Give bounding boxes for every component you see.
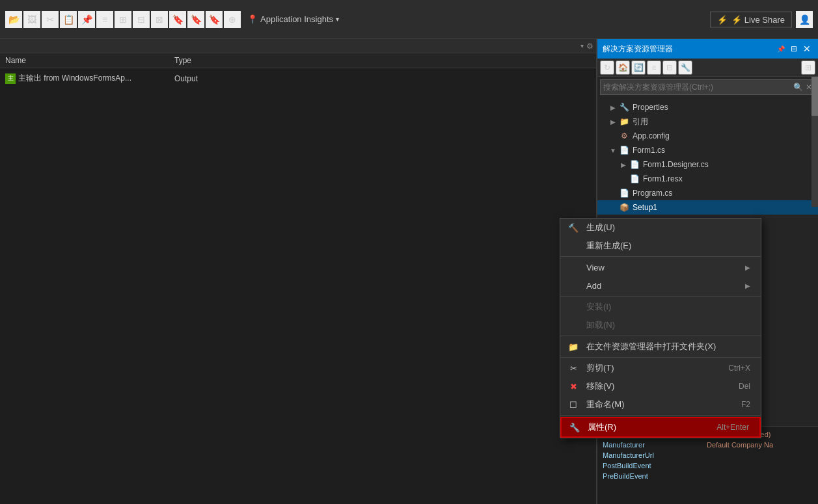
live-share-button[interactable]: ⚡ ⚡ Live Share	[710, 11, 792, 27]
prop-key-prebuildevent: PreBuildEvent	[603, 472, 707, 480]
rename-icon: ☐	[567, 400, 580, 410]
ctx-open-explorer[interactable]: 📁 在文件资源管理器中打开文件夹(X)	[560, 338, 761, 356]
ctx-sep1	[560, 256, 761, 257]
se-collapse-button[interactable]: ⊟	[662, 60, 677, 75]
se-filter-button[interactable]: ≡	[647, 60, 661, 75]
setup1-icon: 📦	[618, 202, 630, 213]
paste-button[interactable]: 📌	[78, 11, 95, 28]
se-search-input[interactable]	[603, 83, 793, 92]
prop-val-manufacturerurl	[707, 451, 813, 459]
ctx-properties-label: 属性(R)	[588, 421, 616, 433]
bookmark-button[interactable]: 🔖	[169, 11, 186, 28]
output-row-icon: 主	[5, 73, 16, 84]
ctx-cut[interactable]: ✂ 剪切(T) Ctrl+X	[560, 359, 761, 377]
programcs-icon: 📄	[618, 187, 630, 199]
bookmark3-button[interactable]: 🔖	[206, 11, 223, 28]
prop-row-manufacturer: Manufacturer Default Company Na	[603, 440, 813, 450]
form1cs-icon: 📄	[618, 144, 630, 156]
output-row[interactable]: 主 主输出 from WindowsFormsAp... Output	[5, 71, 591, 86]
tree-arrow-form1designer: ▶	[618, 161, 629, 168]
ctx-cut-shortcut: Ctrl+X	[728, 364, 750, 373]
open-folder-button[interactable]: 📂	[5, 11, 22, 28]
ctx-remove-shortcut: Del	[739, 382, 750, 391]
format-button[interactable]: ≡	[96, 11, 113, 28]
se-search-box[interactable]: 🔍 ✕	[600, 79, 815, 95]
context-menu: 🔨 生成(U) 重新生成(E) View ▶ Add ▶ 安装(I) 卸载(N)…	[560, 218, 761, 438]
ctx-uninstall-label: 卸载(N)	[586, 319, 615, 331]
ctx-remove-label: 移除(V)	[586, 380, 614, 392]
ctx-install-label: 安装(I)	[586, 301, 611, 313]
ctx-sep5	[560, 415, 761, 416]
output-table-header: Name Type	[0, 53, 596, 68]
panel-controls: ▾ ⚙	[0, 39, 596, 53]
auto-hide-button[interactable]: ⊟	[788, 43, 800, 55]
col-name-header: Name	[5, 56, 174, 65]
format2-button[interactable]: ⊞	[115, 11, 131, 28]
ctx-sep4	[560, 357, 761, 358]
align-right-button[interactable]: ⊠	[151, 11, 168, 28]
explorer-icon: 📁	[567, 342, 580, 352]
tree-label-form1cs: Form1.cs	[633, 146, 665, 155]
live-share-label: ⚡ Live Share	[731, 14, 785, 24]
form1designer-icon: 📄	[629, 159, 640, 170]
bookmark2-button[interactable]: 🔖	[187, 11, 204, 28]
ctx-rebuild[interactable]: 重新生成(E)	[560, 237, 761, 255]
tree-item-appconfig[interactable]: ▶ ⚙ App.config	[597, 129, 818, 143]
ctx-open-explorer-label: 在文件资源管理器中打开文件夹(X)	[586, 341, 716, 352]
app-insights-button[interactable]: 📍 Application Insights ▾	[242, 12, 344, 27]
header-controls: 📌 ⊟ ✕	[775, 43, 813, 55]
se-wrench-button[interactable]: 🔧	[678, 60, 692, 75]
view-arrow-icon: ▶	[745, 264, 750, 271]
properties-icon: 🔧	[618, 101, 630, 113]
tree-item-setup1[interactable]: ▶ 📦 Setup1	[597, 200, 818, 215]
cut-ctx-icon: ✂	[567, 364, 580, 373]
app-insights-dropdown-icon: ▾	[336, 16, 339, 23]
tree-item-programcs[interactable]: ▶ 📄 Program.cs	[597, 186, 818, 200]
ctx-view-label: View	[586, 263, 605, 272]
app-insights-label: Application Insights	[260, 14, 333, 24]
ctx-properties[interactable]: 🔧 属性(R) Alt+Enter	[560, 417, 761, 438]
pin-button[interactable]: 📌	[775, 43, 787, 55]
tree-item-form1cs[interactable]: ▼ 📄 Form1.cs	[597, 143, 818, 157]
app-insights-icon: 📍	[247, 14, 258, 24]
cut-button[interactable]: ✂	[42, 11, 59, 28]
ctx-add[interactable]: Add ▶	[560, 276, 761, 295]
se-toolbar: ↻ 🏠 🔄 ≡ ⊟ 🔧 ⊞	[597, 59, 818, 77]
tree-arrow-properties: ▶	[608, 104, 618, 111]
tree-label-appconfig: App.config	[633, 131, 670, 140]
account-button[interactable]: 👤	[796, 11, 813, 28]
tree-label-setup1: Setup1	[633, 203, 657, 212]
output-table-body: 主 主输出 from WindowsFormsAp... Output	[0, 68, 596, 504]
ctx-view[interactable]: View ▶	[560, 258, 761, 276]
se-scrollbar-thumb[interactable]	[811, 77, 818, 116]
tree-item-form1resx[interactable]: ▶ 📄 Form1.resx	[597, 172, 818, 186]
prop-key-manufacturerurl: ManufacturerUrl	[603, 451, 707, 459]
se-home-button[interactable]: 🏠	[616, 60, 630, 75]
tree-item-references[interactable]: ▶ 📁 引用	[597, 114, 818, 129]
copy-button[interactable]: 📋	[60, 11, 77, 28]
prop-row-manufacturerurl: ManufacturerUrl	[603, 450, 813, 460]
bookmark4-button[interactable]: ⊕	[224, 11, 241, 28]
align-left-button[interactable]: ⊟	[133, 11, 150, 28]
add-arrow-icon: ▶	[745, 282, 750, 289]
se-expand-button[interactable]: ⊞	[801, 60, 815, 75]
ctx-rename[interactable]: ☐ 重命名(M) F2	[560, 395, 761, 414]
se-expand-area: ⊞	[801, 60, 815, 75]
build-icon: 🔨	[567, 223, 580, 233]
references-icon: 📁	[618, 116, 630, 127]
prop-val-prebuildevent	[707, 472, 813, 480]
image-button[interactable]: 🖼	[23, 11, 40, 28]
live-share-icon: ⚡	[717, 14, 728, 24]
output-row-name: 主 主输出 from WindowsFormsAp...	[5, 73, 174, 84]
close-button[interactable]: ✕	[801, 43, 813, 55]
ctx-build[interactable]: 🔨 生成(U)	[560, 219, 761, 237]
se-sync-button[interactable]: ↻	[600, 60, 614, 75]
se-refresh-button[interactable]: 🔄	[631, 60, 646, 75]
tree-item-form1designer[interactable]: ▶ 📄 Form1.Designer.cs	[597, 157, 818, 172]
solution-explorer-header: 解决方案资源管理器 📌 ⊟ ✕	[597, 39, 818, 59]
ctx-cut-label: 剪切(T)	[586, 362, 614, 374]
ctx-remove[interactable]: ✖ 移除(V) Del	[560, 377, 761, 395]
ctx-uninstall: 卸载(N)	[560, 316, 761, 334]
se-scrollbar[interactable]	[811, 77, 818, 207]
tree-item-properties[interactable]: ▶ 🔧 Properties	[597, 100, 818, 114]
